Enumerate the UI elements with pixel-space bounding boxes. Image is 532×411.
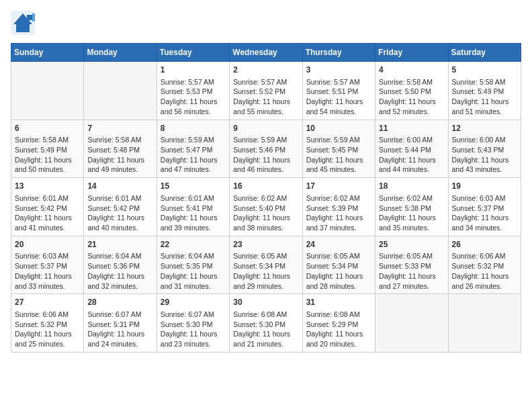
day-number: 25	[379, 239, 444, 250]
day-info: Sunrise: 5:59 AMSunset: 5:45 PMDaylight:…	[306, 135, 371, 175]
logo-icon	[11, 11, 35, 35]
day-info: Sunrise: 6:05 AMSunset: 5:34 PMDaylight:…	[233, 251, 298, 291]
day-info: Sunrise: 6:01 AMSunset: 5:42 PMDaylight:…	[87, 193, 152, 233]
day-info: Sunrise: 6:02 AMSunset: 5:38 PMDaylight:…	[379, 193, 444, 233]
calendar-header-tuesday: Tuesday	[157, 44, 229, 62]
calendar-cell: 12Sunrise: 6:00 AMSunset: 5:43 PMDayligh…	[448, 120, 521, 178]
day-number: 14	[87, 181, 152, 192]
calendar-header-saturday: Saturday	[448, 44, 521, 62]
day-number: 27	[15, 297, 80, 308]
calendar-cell: 21Sunrise: 6:04 AMSunset: 5:36 PMDayligh…	[84, 236, 157, 294]
calendar-cell	[84, 62, 157, 120]
calendar-cell: 31Sunrise: 6:08 AMSunset: 5:29 PMDayligh…	[302, 294, 375, 353]
day-number: 18	[379, 181, 444, 192]
day-info: Sunrise: 6:07 AMSunset: 5:30 PMDaylight:…	[161, 310, 226, 349]
day-info: Sunrise: 5:58 AMSunset: 5:50 PMDaylight:…	[379, 77, 444, 117]
calendar-cell	[375, 294, 448, 353]
day-info: Sunrise: 6:04 AMSunset: 5:35 PMDaylight:…	[161, 251, 226, 291]
day-info: Sunrise: 6:08 AMSunset: 5:30 PMDaylight:…	[233, 310, 298, 349]
calendar-cell: 25Sunrise: 6:05 AMSunset: 5:33 PMDayligh…	[375, 236, 448, 294]
calendar-cell: 8Sunrise: 5:59 AMSunset: 5:47 PMDaylight…	[157, 120, 229, 178]
day-info: Sunrise: 6:03 AMSunset: 5:37 PMDaylight:…	[15, 251, 80, 291]
day-number: 2	[233, 64, 298, 76]
calendar-header-wednesday: Wednesday	[230, 44, 302, 62]
calendar-cell: 7Sunrise: 5:58 AMSunset: 5:48 PMDaylight…	[84, 120, 157, 178]
day-number: 4	[379, 64, 444, 76]
calendar-cell: 28Sunrise: 6:07 AMSunset: 5:31 PMDayligh…	[84, 294, 157, 353]
day-info: Sunrise: 6:01 AMSunset: 5:41 PMDaylight:…	[161, 193, 226, 233]
day-info: Sunrise: 5:57 AMSunset: 5:53 PMDaylight:…	[161, 77, 226, 117]
day-info: Sunrise: 5:57 AMSunset: 5:51 PMDaylight:…	[306, 77, 371, 117]
calendar-cell	[11, 62, 84, 120]
day-info: Sunrise: 6:00 AMSunset: 5:44 PMDaylight:…	[379, 135, 444, 175]
day-number: 20	[15, 239, 80, 250]
day-info: Sunrise: 6:02 AMSunset: 5:40 PMDaylight:…	[233, 193, 298, 233]
day-number: 24	[306, 239, 371, 250]
calendar-header-thursday: Thursday	[302, 44, 375, 62]
calendar-week-4: 20Sunrise: 6:03 AMSunset: 5:37 PMDayligh…	[11, 236, 521, 294]
day-info: Sunrise: 6:06 AMSunset: 5:32 PMDaylight:…	[452, 251, 517, 291]
day-info: Sunrise: 5:58 AMSunset: 5:49 PMDaylight:…	[15, 135, 80, 175]
day-number: 30	[233, 297, 298, 308]
day-number: 3	[306, 64, 371, 76]
day-number: 1	[161, 64, 226, 76]
day-info: Sunrise: 5:58 AMSunset: 5:49 PMDaylight:…	[452, 77, 517, 117]
day-number: 11	[379, 123, 444, 134]
day-number: 17	[306, 181, 371, 192]
day-number: 13	[15, 181, 80, 192]
calendar-cell: 16Sunrise: 6:02 AMSunset: 5:40 PMDayligh…	[230, 178, 302, 236]
day-info: Sunrise: 6:03 AMSunset: 5:37 PMDaylight:…	[452, 193, 517, 233]
calendar-cell: 5Sunrise: 5:58 AMSunset: 5:49 PMDaylight…	[448, 62, 521, 120]
calendar-cell: 3Sunrise: 5:57 AMSunset: 5:51 PMDaylight…	[302, 62, 375, 120]
day-number: 5	[452, 64, 517, 76]
calendar-week-1: 1Sunrise: 5:57 AMSunset: 5:53 PMDaylight…	[11, 62, 521, 120]
day-number: 10	[306, 123, 371, 134]
calendar-cell: 4Sunrise: 5:58 AMSunset: 5:50 PMDaylight…	[375, 62, 448, 120]
calendar-cell: 22Sunrise: 6:04 AMSunset: 5:35 PMDayligh…	[157, 236, 229, 294]
day-number: 31	[306, 297, 371, 308]
day-info: Sunrise: 6:07 AMSunset: 5:31 PMDaylight:…	[87, 310, 152, 349]
day-info: Sunrise: 6:00 AMSunset: 5:43 PMDaylight:…	[452, 135, 517, 175]
day-number: 28	[87, 297, 152, 308]
calendar-cell: 29Sunrise: 6:07 AMSunset: 5:30 PMDayligh…	[157, 294, 229, 353]
day-number: 29	[161, 297, 226, 308]
svg-marker-3	[32, 13, 35, 21]
calendar-cell: 15Sunrise: 6:01 AMSunset: 5:41 PMDayligh…	[157, 178, 229, 236]
page-header	[11, 11, 521, 35]
day-info: Sunrise: 5:57 AMSunset: 5:52 PMDaylight:…	[233, 77, 298, 117]
day-number: 23	[233, 239, 298, 250]
calendar-cell: 9Sunrise: 5:59 AMSunset: 5:46 PMDaylight…	[230, 120, 302, 178]
day-number: 6	[15, 123, 80, 134]
day-number: 16	[233, 181, 298, 192]
day-info: Sunrise: 6:02 AMSunset: 5:39 PMDaylight:…	[306, 193, 371, 233]
calendar-cell: 13Sunrise: 6:01 AMSunset: 5:42 PMDayligh…	[11, 178, 84, 236]
calendar-cell: 20Sunrise: 6:03 AMSunset: 5:37 PMDayligh…	[11, 236, 84, 294]
day-number: 12	[452, 123, 517, 134]
day-number: 21	[87, 239, 152, 250]
day-info: Sunrise: 6:04 AMSunset: 5:36 PMDaylight:…	[87, 251, 152, 291]
day-info: Sunrise: 5:58 AMSunset: 5:48 PMDaylight:…	[87, 135, 152, 175]
day-number: 9	[233, 123, 298, 134]
calendar-cell: 24Sunrise: 6:05 AMSunset: 5:34 PMDayligh…	[302, 236, 375, 294]
calendar-table: SundayMondayTuesdayWednesdayThursdayFrid…	[11, 43, 521, 353]
calendar-header-sunday: Sunday	[11, 44, 84, 62]
day-number: 26	[452, 239, 517, 250]
day-info: Sunrise: 6:05 AMSunset: 5:33 PMDaylight:…	[379, 251, 444, 291]
calendar-cell: 10Sunrise: 5:59 AMSunset: 5:45 PMDayligh…	[302, 120, 375, 178]
calendar-cell: 23Sunrise: 6:05 AMSunset: 5:34 PMDayligh…	[230, 236, 302, 294]
day-number: 8	[161, 123, 226, 134]
calendar-cell: 19Sunrise: 6:03 AMSunset: 5:37 PMDayligh…	[448, 178, 521, 236]
day-info: Sunrise: 5:59 AMSunset: 5:47 PMDaylight:…	[161, 135, 226, 175]
calendar-cell: 14Sunrise: 6:01 AMSunset: 5:42 PMDayligh…	[84, 178, 157, 236]
calendar-week-5: 27Sunrise: 6:06 AMSunset: 5:32 PMDayligh…	[11, 294, 521, 353]
calendar-cell: 18Sunrise: 6:02 AMSunset: 5:38 PMDayligh…	[375, 178, 448, 236]
calendar-cell: 1Sunrise: 5:57 AMSunset: 5:53 PMDaylight…	[157, 62, 229, 120]
calendar-cell: 17Sunrise: 6:02 AMSunset: 5:39 PMDayligh…	[302, 178, 375, 236]
calendar-cell: 2Sunrise: 5:57 AMSunset: 5:52 PMDaylight…	[230, 62, 302, 120]
calendar-cell: 6Sunrise: 5:58 AMSunset: 5:49 PMDaylight…	[11, 120, 84, 178]
calendar-cell: 26Sunrise: 6:06 AMSunset: 5:32 PMDayligh…	[448, 236, 521, 294]
calendar-cell: 11Sunrise: 6:00 AMSunset: 5:44 PMDayligh…	[375, 120, 448, 178]
calendar-cell: 30Sunrise: 6:08 AMSunset: 5:30 PMDayligh…	[230, 294, 302, 353]
logo	[11, 11, 38, 35]
day-info: Sunrise: 6:01 AMSunset: 5:42 PMDaylight:…	[15, 193, 80, 233]
